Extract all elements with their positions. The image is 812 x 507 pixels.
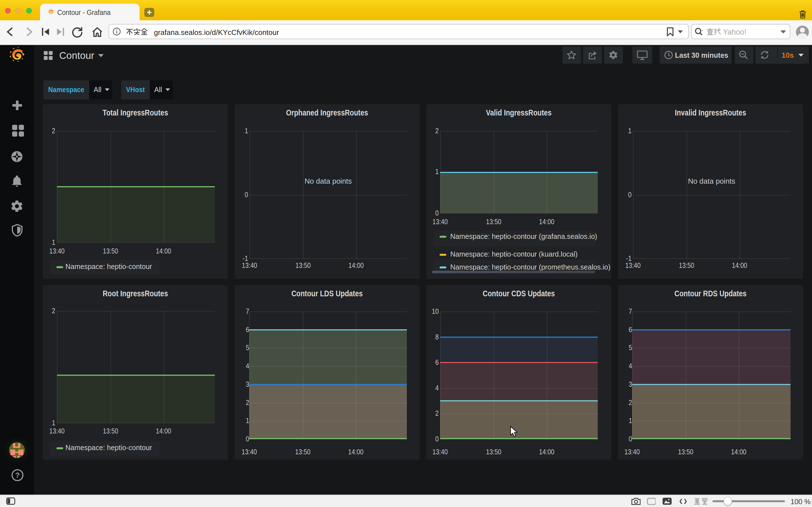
svg-text:?: ? — [15, 471, 20, 480]
